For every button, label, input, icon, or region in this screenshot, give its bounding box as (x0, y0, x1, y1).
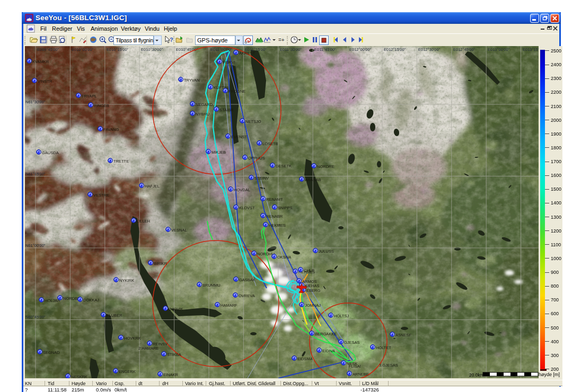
svg-text:FROGNE: FROGNE (228, 89, 245, 94)
svg-text:E011°30'00": E011°30'00" (280, 47, 302, 52)
svg-text:LOSETB: LOSETB (262, 141, 278, 146)
svg-text:JOMNAJ: JOMNAJ (305, 303, 321, 308)
svg-text:E013°15'00": E013°15'00" (523, 47, 539, 52)
svg-text:LILLEH: LILLEH (137, 219, 150, 224)
svg-text:SNIPPS: SNIPPS (278, 206, 293, 210)
svg-text:EBERG: EBERG (306, 288, 320, 293)
svg-text:BERGAKKE: BERGAKKE (315, 332, 337, 336)
svg-text:20.0km: 20.0km (469, 372, 484, 378)
svg-text:NORDBE: NORDBE (63, 296, 80, 301)
svg-text:FRYAPL: FRYAPL (82, 94, 96, 99)
svg-text:RINGEB: RINGEB (94, 103, 109, 108)
svg-text:ARASAB: ARASAB (305, 177, 321, 182)
svg-text:HOLTET: HOLTET (376, 345, 391, 350)
svg-text:N61°30'00": N61°30'00" (25, 100, 46, 104)
svg-text:VINSTR: VINSTR (38, 79, 52, 84)
svg-text:KLOVST: KLOVST (239, 206, 255, 210)
svg-text:=+: =+ (278, 37, 285, 43)
svg-text:ARNEBE: ARNEBE (353, 372, 369, 377)
svg-text:HAFJEL: HAFJEL (145, 184, 160, 189)
svg-text:E012°30'00": E012°30'00" (418, 47, 441, 52)
svg-text:E012°15'00": E012°15'00" (384, 47, 406, 52)
svg-text:GAUSDA: GAUSDA (42, 150, 59, 155)
svg-text:N61°00'00": N61°00'00" (25, 243, 46, 248)
svg-text:BIRIKR: BIRIKR (154, 261, 168, 266)
svg-text:?: ? (170, 37, 173, 43)
svg-text:HOVKRK: HOVKRK (124, 336, 141, 341)
svg-text:STEINV: STEINV (254, 176, 269, 181)
svg-text:VESTRE: VESTRE (93, 193, 109, 198)
svg-text:HEKMES: HEKMES (269, 223, 286, 228)
svg-text:RENAMT: RENAMT (266, 197, 283, 202)
svg-text:CHLP: CHLP (304, 268, 314, 273)
svg-text:N60°45'00": N60°45'00" (25, 315, 46, 319)
svg-text:FLUBER: FLUBER (107, 313, 122, 318)
svg-text:HOLTSJ: HOLTSJ (334, 314, 349, 318)
svg-text:OPPHUS: OPPHUS (248, 156, 265, 161)
svg-text:GJOVIK: GJOVIK (169, 307, 183, 311)
svg-text:ENGERK: ENGERK (119, 369, 136, 374)
svg-text:RENABR: RENABR (266, 214, 283, 219)
svg-text:KIEHAS: KIEHAS (305, 283, 320, 288)
svg-text:MIKJEB: MIKJEB (212, 150, 226, 155)
svg-text:EVENST: EVENST (231, 135, 247, 139)
svg-text:BRUMMU: BRUMMU (203, 283, 221, 288)
svg-text:SEGNAD: SEGNAD (43, 350, 60, 355)
svg-text:STIKBA: STIKBA (167, 352, 181, 357)
svg-text:EIDIVA: EIDIVA (322, 349, 335, 353)
svg-text:E009°45'00": E009°45'00" (37, 47, 59, 52)
svg-text:2.HAMARE: 2.HAMARE (138, 346, 159, 351)
svg-text:VESNAL: VESNAL (171, 228, 187, 233)
svg-text:NETSJO: NETSJO (245, 119, 261, 124)
svg-text:N61°15'00": N61°15'00" (25, 172, 46, 176)
svg-text:OKSNA: OKSNA (277, 255, 291, 260)
svg-text:AKREST: AKREST (239, 51, 255, 56)
svg-text:GASBAK: GASBAK (239, 278, 256, 282)
svg-text:NEGARD: NEGARD (196, 102, 213, 107)
svg-text:NESKRK: NESKRK (71, 375, 87, 378)
svg-text:NYKIRK: NYKIRK (119, 278, 134, 283)
svg-text:EINAKR: EINAKR (163, 372, 179, 377)
svg-text:JULUSS: JULUSS (319, 249, 334, 254)
svg-text:HOVDAL: HOVDAL (234, 188, 250, 192)
svg-text:FISKVI: FISKVI (223, 60, 235, 65)
svg-text:E010°45'00": E010°45'00" (176, 47, 198, 52)
svg-text:E012°45'00": E012°45'00" (453, 47, 476, 52)
svg-text:HAMARF: HAMARF (221, 303, 237, 308)
svg-text:3.GJESAS: 3.GJESAS (379, 363, 398, 368)
svg-text:FLISA!: FLISA! (349, 364, 361, 369)
svg-text:DESETK: DESETK (276, 164, 292, 168)
svg-text:EIDSMA: EIDSMA (297, 357, 313, 361)
svg-text:STAIBR: STAIBR (219, 108, 234, 112)
svg-text:DOKKAJ: DOKKAJ (83, 298, 99, 302)
svg-text:E011°45'00": E011°45'00" (314, 47, 336, 52)
svg-text:OVREVA: OVREVA (239, 293, 255, 298)
svg-text:NORDRE: NORDRE (317, 164, 334, 169)
svg-text:FAVANG: FAVANG (103, 127, 119, 132)
svg-text:E010°00'00": E010°00'00" (72, 47, 94, 52)
svg-text:ASNESF: ASNESF (395, 333, 411, 337)
svg-text:KVAMKR: KVAMKR (32, 59, 49, 64)
svg-text:E010°15'00": E010°15'00" (107, 47, 129, 52)
svg-text:TRETTE: TRETTE (113, 159, 129, 164)
svg-text:GJESAS: GJESAS (344, 340, 360, 345)
svg-text:E013°00'00": E013°00'00" (488, 47, 510, 52)
svg-text:E012°00'00": E012°00'00" (349, 47, 372, 52)
svg-text:TRYVAN: TRYVAN (184, 78, 200, 83)
svg-text:E010°30'00": E010°30'00" (141, 47, 163, 52)
svg-text:NYBRU: NYBRU (196, 112, 209, 117)
